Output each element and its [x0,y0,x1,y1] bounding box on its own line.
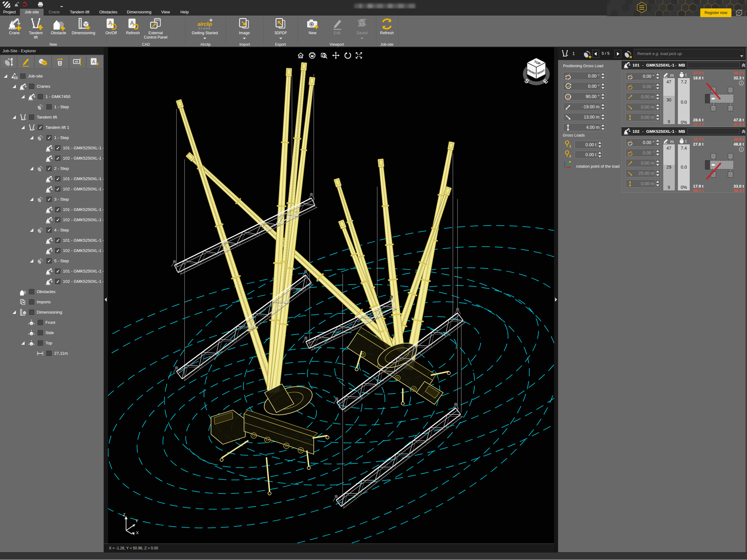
svg-text:A: A [92,59,95,64]
svg-text:CLOUD: CLOUD [199,27,211,30]
svg-text:Y: Y [135,518,138,523]
svg-text:m: m [670,139,674,144]
svg-text:1: 1 [569,145,571,148]
svg-text:i: i [741,148,742,151]
svg-text:2: 2 [569,155,571,158]
svg-text:Z: Z [123,512,125,517]
svg-text:airclip: airclip [197,22,212,27]
svg-text:ab: ab [75,60,78,63]
svg-text:i: i [741,81,742,85]
svg-text:X: X [136,530,138,535]
svg-text:m: m [670,73,674,77]
